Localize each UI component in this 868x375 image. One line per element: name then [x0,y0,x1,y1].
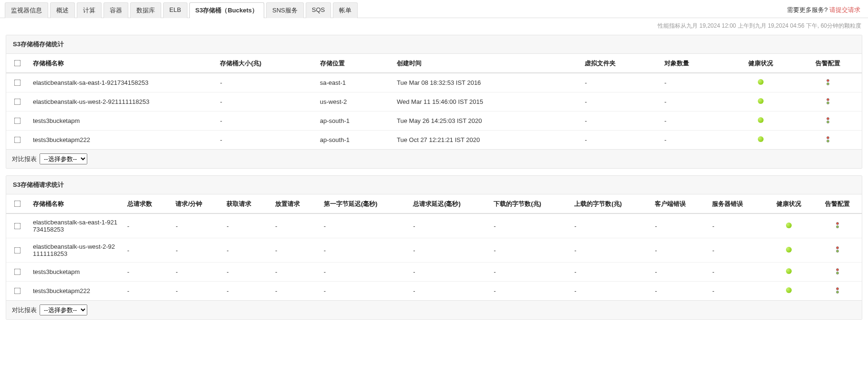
metric-5: - [408,282,489,301]
health-cell [727,92,794,111]
metric-4: - [319,213,408,238]
bucket-name: tests3bucketapm [28,263,123,282]
row-checkbox[interactable] [14,247,21,253]
request-col-0: 存储桶名称 [28,194,123,213]
row-select-cell[interactable] [6,263,28,282]
alarm-cell[interactable] [795,111,862,131]
storage-panel-title: S3存储桶存储统计 [6,35,862,54]
storage-col-3: 创建时间 [392,54,580,73]
health-ok-icon [786,268,792,274]
bucket-size: - [215,92,315,111]
tab-6[interactable]: S3存储桶（Buckets） [189,2,264,18]
tab-1[interactable]: 概述 [50,2,75,18]
alarm-cell[interactable] [813,238,862,263]
request-col-3: 获取请求 [222,194,270,213]
table-row: tests3bucketapm222---------- [6,282,862,301]
traffic-light-icon [834,246,841,253]
storage-col-2: 存储位置 [315,54,392,73]
select-all-checkbox[interactable] [14,201,21,207]
more-services-prefix: 需要更多服务? [787,6,829,13]
alarm-cell[interactable] [813,282,862,301]
metric-4: - [319,263,408,282]
compare-report-label: 对比报表 [12,155,37,163]
select-all-checkbox[interactable] [14,60,21,67]
health-cell [765,238,813,263]
alarm-cell[interactable] [795,92,862,111]
bucket-name: elasticbeanstalk-sa-east-1-921734158253 [28,213,123,238]
tab-4[interactable]: 数据库 [130,2,161,18]
tab-3[interactable]: 容器 [103,2,128,18]
bucket-size: - [215,111,315,131]
bucket-ctime: Tue Oct 27 12:21:21 IST 2020 [392,131,580,150]
tab-2[interactable]: 计算 [77,2,102,18]
row-checkbox[interactable] [14,118,21,124]
request-table: 存储桶名称总请求数请求/分钟获取请求放置请求第一字节延迟(毫秒)总请求延迟(毫秒… [6,194,862,300]
metric-2: - [222,238,270,263]
metric-0: - [123,282,171,301]
traffic-light-icon [834,287,841,294]
metric-9: - [707,238,765,263]
tab-7[interactable]: SNS服务 [266,2,304,18]
row-select-cell[interactable] [6,92,28,111]
bucket-name: elasticbeanstalk-us-west-2-921111118253 [28,238,123,263]
request-compare-select[interactable]: --选择参数-- [40,304,87,315]
submit-request-link[interactable]: 请提交请求 [829,6,860,13]
metric-8: - [650,238,707,263]
row-select-cell[interactable] [6,213,28,238]
storage-compare-select[interactable]: --选择参数-- [40,153,87,164]
metric-8: - [650,263,707,282]
row-checkbox[interactable] [14,223,21,229]
health-ok-icon [786,223,792,228]
metric-5: - [408,213,489,238]
row-checkbox[interactable] [14,269,21,275]
bucket-ctime: Wed Mar 11 15:46:00 IST 2015 [392,92,580,111]
traffic-light-icon [834,268,841,275]
alarm-cell[interactable] [795,73,862,92]
request-panel-footer: 对比报表 --选择参数-- [6,300,862,319]
request-col-9: 客户端错误 [650,194,707,213]
row-select-cell[interactable] [6,238,28,263]
storage-stats-panel: S3存储桶存储统计 存储桶名称存储桶大小(兆)存储位置创建时间虚拟文件夹对象数量… [6,35,862,169]
row-select-cell[interactable] [6,111,28,131]
row-checkbox[interactable] [14,99,21,105]
tab-9[interactable]: 帐单 [333,2,358,18]
alarm-cell[interactable] [813,263,862,282]
metric-8: - [650,213,707,238]
select-all-header[interactable] [6,54,28,73]
tab-8[interactable]: SQS [306,2,331,18]
traffic-light-icon [825,136,831,143]
row-select-cell[interactable] [6,282,28,301]
request-col-1: 总请求数 [123,194,171,213]
row-checkbox[interactable] [14,137,21,143]
metric-0: - [123,263,171,282]
tab-0[interactable]: 监视器信息 [5,2,48,18]
request-col-11: 健康状况 [765,194,813,213]
table-row: elasticbeanstalk-us-west-2-921111118253-… [6,92,862,111]
row-select-cell[interactable] [6,73,28,92]
request-col-10: 服务器错误 [707,194,765,213]
row-checkbox[interactable] [14,288,21,294]
select-all-header[interactable] [6,194,28,213]
storage-col-1: 存储桶大小(兆) [215,54,315,73]
tab-5[interactable]: ELB [163,2,187,18]
alarm-cell[interactable] [795,131,862,150]
metric-5: - [408,263,489,282]
metric-4: - [319,282,408,301]
metric-1: - [171,238,222,263]
storage-col-4: 虚拟文件夹 [580,54,660,73]
storage-col-5: 对象数量 [660,54,727,73]
row-checkbox[interactable] [14,80,21,86]
bucket-name: elasticbeanstalk-sa-east-1-921734158253 [28,73,215,92]
storage-col-6: 健康状况 [727,54,794,73]
metric-0: - [123,213,171,238]
metric-4: - [319,238,408,263]
alarm-cell[interactable] [813,213,862,238]
metric-0: - [123,238,171,263]
row-select-cell[interactable] [6,131,28,150]
time-range-label: 性能指标从九月 19,2024 12:00 上午到九月 19,2024 04:5… [0,18,868,32]
bucket-ctime: Tue Mar 08 18:32:53 IST 2016 [392,73,580,92]
metric-7: - [569,263,650,282]
more-services: 需要更多服务? 请提交请求 [787,6,863,14]
request-stats-panel: S3存储桶请求统计 存储桶名称总请求数请求/分钟获取请求放置请求第一字节延迟(毫… [6,175,862,320]
bucket-vfolder: - [580,111,660,131]
